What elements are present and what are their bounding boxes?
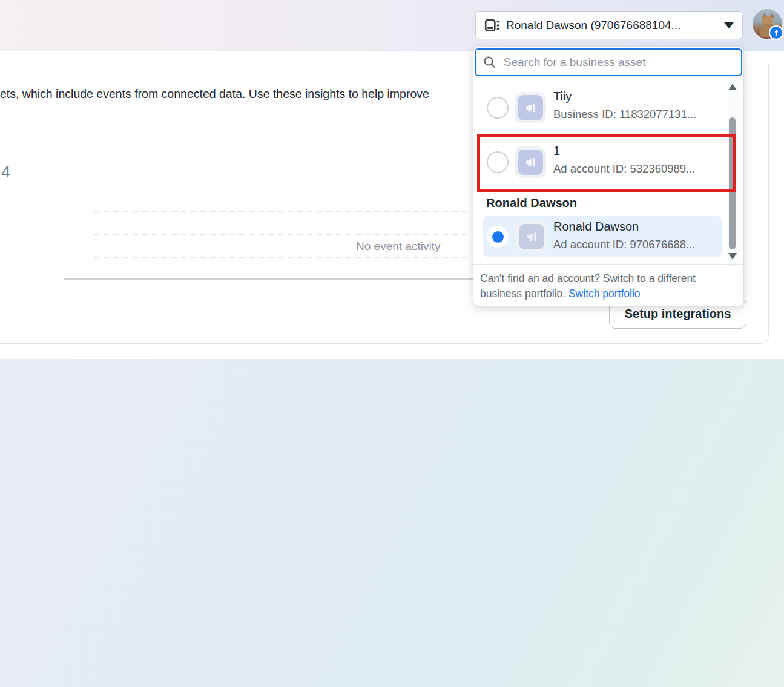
asset-item-1[interactable]: 1 Ad account ID: 532360989... xyxy=(473,137,726,188)
dropdown-footer: Can't find an ad account? Switch to a di… xyxy=(473,264,743,306)
switch-portfolio-link[interactable]: Switch portfolio xyxy=(568,288,641,300)
search-input[interactable] xyxy=(502,51,741,74)
account-selector-dropdown: Tiiy Business ID: 11832077131... 1 Ad ac… xyxy=(473,47,743,306)
chart-axis-label: 4 xyxy=(1,162,11,182)
asset-subtitle: Ad account ID: 970676688... xyxy=(553,237,696,252)
footer-text: Can't find an ad account? Switch to a di… xyxy=(480,271,696,286)
portfolio-section-header: Ronald Dawson xyxy=(486,196,577,210)
radio-unselected[interactable] xyxy=(487,97,509,119)
facebook-badge-icon: f xyxy=(769,25,783,40)
asset-title: Tiiy xyxy=(553,88,572,104)
megaphone-icon xyxy=(518,150,543,175)
asset-subtitle: Ad account ID: 532360989... xyxy=(553,161,696,177)
search-box xyxy=(475,48,742,76)
search-icon xyxy=(483,56,496,69)
footer-text: business portfolio. Switch portfolio xyxy=(480,286,641,301)
scrollbar-thumb[interactable] xyxy=(729,117,736,249)
business-portfolio-icon xyxy=(484,18,500,33)
scrollbar[interactable] xyxy=(727,77,738,266)
page-background-gradient xyxy=(0,359,784,687)
megaphone-icon xyxy=(518,95,543,120)
scroll-up-icon[interactable] xyxy=(728,84,737,90)
radio-unselected[interactable] xyxy=(487,151,509,173)
asset-subtitle: Business ID: 11832077131... xyxy=(553,107,696,122)
asset-title: 1 xyxy=(553,143,560,159)
chevron-down-icon xyxy=(724,22,734,28)
radio-dot xyxy=(492,231,504,243)
empty-state-text: No event activity xyxy=(356,240,440,253)
profile-avatar[interactable]: f xyxy=(753,9,782,39)
asset-item-ronald-dawson[interactable]: Ronald Dawson Ad account ID: 970676688..… xyxy=(483,216,722,257)
scroll-down-icon[interactable] xyxy=(728,253,737,260)
page-description: ets, which include events from connected… xyxy=(0,86,473,102)
megaphone-icon xyxy=(519,224,544,249)
asset-tile xyxy=(516,221,547,252)
asset-tile xyxy=(515,146,546,178)
footer-text: business portfolio. xyxy=(480,288,565,300)
asset-item-tiiy[interactable]: Tiiy Business ID: 11832077131... xyxy=(473,82,726,133)
asset-tile xyxy=(515,92,546,123)
radio-selected[interactable] xyxy=(487,226,509,248)
account-selector-label: Ronald Dawson (970676688104... xyxy=(506,19,719,32)
asset-title: Ronald Dawson xyxy=(553,219,639,234)
account-selector-trigger[interactable]: Ronald Dawson (970676688104... xyxy=(475,11,743,39)
